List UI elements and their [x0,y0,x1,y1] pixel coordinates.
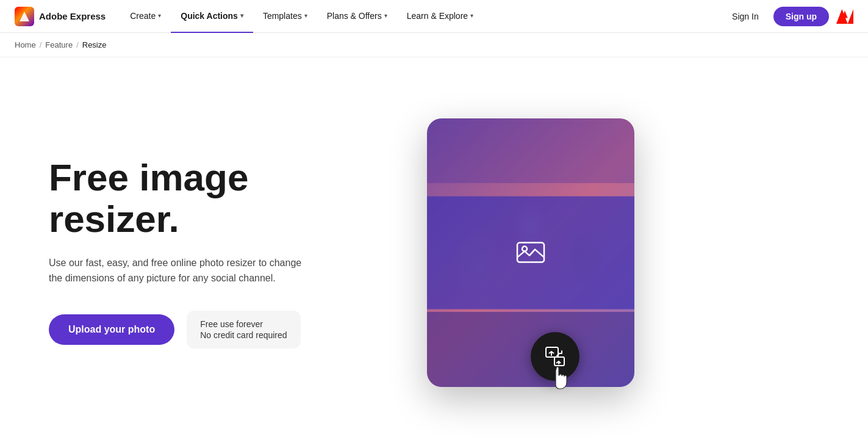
nav-quick-actions[interactable]: Quick Actions ▾ [171,0,253,33]
logo-icon [15,7,34,26]
logo-text: Adobe Express [39,11,106,21]
nav-plans[interactable]: Plans & Offers ▾ [317,0,397,33]
free-badge: Free use forever No credit card required [187,311,300,349]
nav-templates[interactable]: Templates ▾ [253,0,317,33]
free-line-1: Free use forever [200,319,287,329]
navbar: Adobe Express Create ▾ Quick Actions ▾ T… [0,0,868,33]
blue-overlay [427,197,634,309]
breadcrumb-sep-1: / [40,40,42,49]
main-content: Free image resizer. Use our fast, easy, … [0,57,868,448]
nav-right: Sign In Sign up [725,7,853,26]
bottom-strip [427,312,634,387]
free-line-2: No credit card required [200,330,287,340]
hero-illustration [403,106,659,399]
top-strip [427,118,634,183]
svg-marker-0 [20,12,29,21]
breadcrumb-sep-2: / [76,40,79,49]
nav-create[interactable]: Create ▾ [120,0,171,33]
chevron-icon: ▾ [304,12,307,19]
resize-icon [543,345,567,368]
svg-rect-4 [517,243,544,262]
logo-link[interactable]: Adobe Express [15,7,106,26]
hero-left: Free image resizer. Use our fast, easy, … [49,157,403,349]
image-icon [514,236,548,270]
chevron-icon: ▾ [384,12,387,19]
sign-in-button[interactable]: Sign In [725,8,766,25]
chevron-icon: ▾ [240,12,243,19]
breadcrumb-home[interactable]: Home [15,40,36,49]
breadcrumb-feature[interactable]: Feature [45,40,73,49]
upload-photo-button[interactable]: Upload your photo [49,314,174,345]
sign-up-button[interactable]: Sign up [773,7,829,26]
hero-description: Use our fast, easy, and free online phot… [49,255,317,286]
cursor-icon [551,367,571,394]
breadcrumb: Home / Feature / Resize [0,33,868,57]
nav-learn[interactable]: Learn & Explore ▾ [397,0,483,33]
chevron-icon: ▾ [158,12,161,19]
adobe-logo [836,8,853,25]
nav-menu: Create ▾ Quick Actions ▾ Templates ▾ Pla… [120,0,483,33]
svg-marker-2 [848,9,853,24]
breadcrumb-current: Resize [82,40,107,49]
hero-actions: Upload your photo Free use forever No cr… [49,311,366,349]
photo-card [427,118,634,387]
hero-title: Free image resizer. [49,157,366,240]
chevron-icon: ▾ [470,12,473,19]
